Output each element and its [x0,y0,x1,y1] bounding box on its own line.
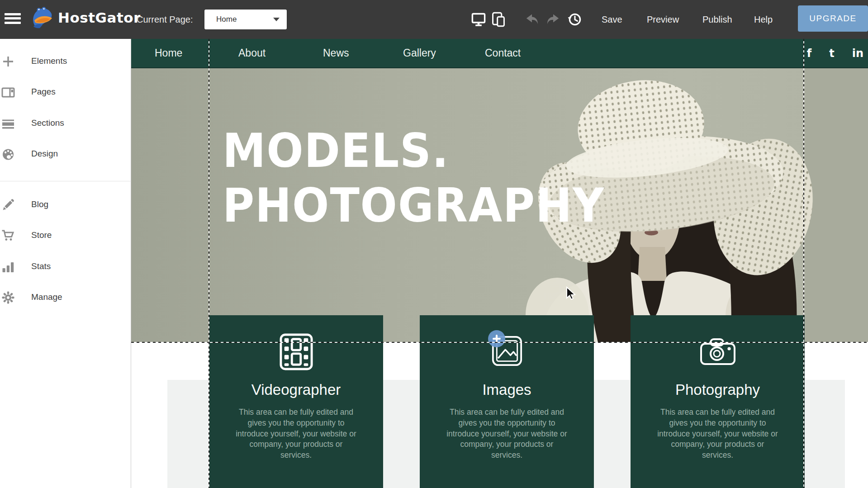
image-plus-icon [492,336,522,368]
redo-icon[interactable] [545,11,561,28]
undo-icon[interactable] [524,11,540,28]
history-icon[interactable] [567,11,583,28]
mouse-cursor [563,286,577,302]
bar-chart-icon [0,259,16,275]
site-navbar: Home About News Gallery Contact f t in [131,39,868,68]
sidebar-item-stats[interactable]: Stats [0,258,131,276]
chevron-down-icon [273,18,280,21]
hero-title: MODELS. PHOTOGRAPHY [223,123,605,233]
nav-link-news[interactable]: News [323,39,349,67]
sidebar-divider [0,181,131,181]
card-title: Images [420,381,594,398]
social-links: f t in [807,39,863,67]
card-description: This area can be fully edited and gives … [446,407,568,461]
sidebar-item-sections[interactable]: Sections [0,114,131,133]
sidebar-item-design[interactable]: Design [0,145,131,163]
nav-link-home[interactable]: Home [155,39,182,67]
site-preview-canvas: Home About News Gallery Contact f t in [131,39,868,488]
hero-section[interactable]: MODELS. PHOTOGRAPHY [131,68,868,342]
card-title: Photography [631,381,805,398]
linkedin-icon[interactable]: in [852,47,863,60]
nav-link-gallery[interactable]: Gallery [403,39,436,67]
add-image-badge-icon[interactable] [488,330,505,347]
camera-icon [631,332,805,371]
hostgator-logo: HostGator [30,5,141,30]
sidebar-item-pages[interactable]: Pages [0,83,131,101]
hero-title-line1: MODELS. [223,123,605,178]
hostgator-mascot-icon [30,5,54,30]
palette-icon [0,147,16,162]
sidebar-item-elements[interactable]: Elements [0,52,131,71]
feature-card-videographer[interactable]: Videographer This area can be fully edit… [209,315,383,488]
hero-title-line2: PHOTOGRAPHY [223,178,605,233]
section-guide-bottom [131,342,868,343]
pencil-icon [0,197,16,213]
sidebar-item-blog[interactable]: Blog [0,196,131,214]
plus-icon [0,54,16,69]
desktop-view-icon[interactable] [470,11,487,28]
editor-topbar: HostGator Current Page: Home Save Previe… [0,0,868,39]
feature-card-images[interactable]: Images This area can be fully edited and… [420,315,594,488]
brand-name: HostGator [58,9,141,26]
pages-icon [0,85,16,100]
nav-link-contact[interactable]: Contact [485,39,521,67]
cart-icon [0,228,16,243]
facebook-icon[interactable]: f [807,47,811,60]
section-guide-right [803,39,804,488]
editor-sidebar: Elements Pages Sections Design Blog Stor… [0,39,131,488]
card-description: This area can be fully edited and gives … [235,407,357,461]
hamburger-menu-icon[interactable] [5,11,22,27]
section-guide-left [209,39,209,488]
gear-icon [0,290,16,305]
save-button[interactable]: Save [602,0,622,39]
preview-button[interactable]: Preview [647,0,679,39]
nav-link-about[interactable]: About [238,39,266,67]
page-dropdown-value: Home [216,15,237,24]
current-page-label: Current Page: [137,0,193,39]
card-description: This area can be fully edited and gives … [657,407,778,461]
page-dropdown[interactable]: Home [204,9,287,29]
sidebar-item-store[interactable]: Store [0,227,131,245]
help-button[interactable]: Help [754,0,773,39]
upgrade-button[interactable]: UPGRADE [798,5,868,32]
publish-button[interactable]: Publish [702,0,732,39]
film-icon [209,332,383,371]
sidebar-item-manage[interactable]: Manage [0,289,131,307]
mobile-devices-icon[interactable] [490,11,507,28]
twitter-icon[interactable]: t [829,47,834,60]
card-title: Videographer [209,381,383,398]
sections-icon [0,116,16,131]
feature-card-photography[interactable]: Photography This area can be fully edite… [631,315,805,488]
